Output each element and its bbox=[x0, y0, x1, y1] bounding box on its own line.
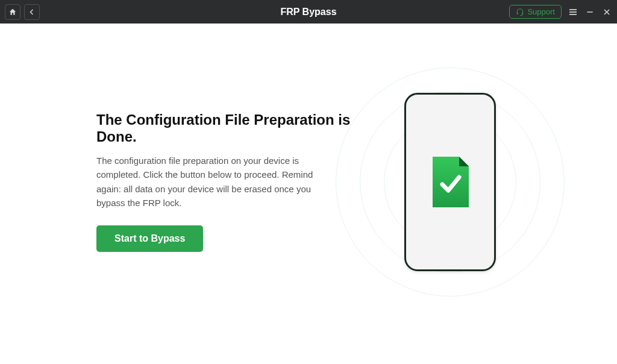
close-button[interactable] bbox=[601, 7, 612, 17]
page-heading: The Configuration File Preparation is Do… bbox=[96, 111, 362, 145]
back-icon bbox=[28, 8, 36, 16]
minimize-button[interactable] bbox=[584, 7, 595, 17]
svg-rect-0 bbox=[517, 12, 518, 14]
svg-rect-1 bbox=[522, 12, 524, 14]
page-description: The configuration file preparation on yo… bbox=[96, 154, 325, 210]
titlebar: FRP Bypass Support bbox=[0, 0, 617, 24]
support-label: Support bbox=[527, 7, 555, 16]
home-icon bbox=[8, 8, 17, 16]
minimize-icon bbox=[586, 8, 594, 16]
illustration bbox=[362, 80, 539, 284]
home-button[interactable] bbox=[5, 4, 20, 20]
support-button[interactable]: Support bbox=[509, 5, 562, 19]
phone-outline bbox=[404, 93, 496, 271]
headset-icon bbox=[516, 8, 524, 16]
menu-button[interactable] bbox=[568, 7, 578, 17]
titlebar-right: Support bbox=[509, 5, 612, 19]
start-bypass-button[interactable]: Start to Bypass bbox=[96, 225, 203, 252]
text-area: The Configuration File Preparation is Do… bbox=[96, 111, 362, 252]
titlebar-left bbox=[5, 4, 40, 20]
app-title: FRP Bypass bbox=[280, 7, 336, 17]
main-content: The Configuration File Preparation is Do… bbox=[0, 24, 617, 364]
hamburger-icon bbox=[568, 7, 578, 17]
close-icon bbox=[603, 8, 611, 16]
document-check-icon bbox=[431, 157, 469, 207]
back-button[interactable] bbox=[24, 4, 40, 20]
